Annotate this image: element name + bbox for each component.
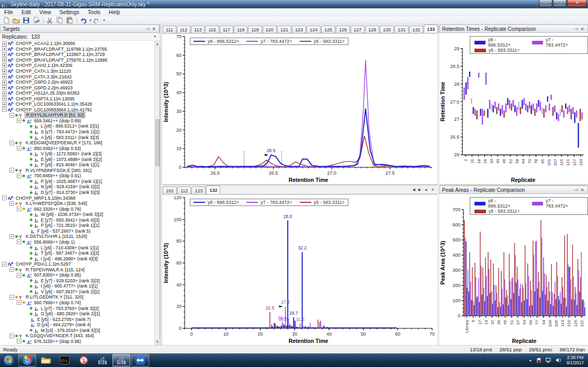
redo-icon[interactable]: [92, 17, 101, 24]
taskbar-icon-skyline[interactable]: [94, 354, 111, 366]
tree-item-label[interactable]: E [y8] - 1073.4898+ (rank 3)[2]: [40, 157, 103, 162]
tree-item[interactable]: +CHOYP_HSP74.1.1|m.13095: [0, 96, 155, 101]
tree-item-label[interactable]: 560.7996++ (dotp 0.74): [33, 300, 82, 305]
tree-item-label[interactable]: CHOYP_G6PD.2.2|m.46923: [15, 85, 74, 90]
collapse-icon[interactable]: −: [17, 339, 21, 343]
pin-icon[interactable]: ⊣: [573, 26, 579, 32]
tree-item-label[interactable]: V [y5] - 687.3937+ (rank 2)[2]: [40, 289, 100, 294]
new-document-icon[interactable]: [2, 17, 11, 24]
tree-item[interactable]: E [y5] - 623.2705+ (rank 7): [0, 316, 155, 322]
tree-item-label[interactable]: CHOYP_BRAFLDRAFT_122807.1.1|m.3729: [15, 52, 106, 57]
collapse-icon[interactable]: −: [17, 146, 21, 151]
menu-item-edit[interactable]: Edit: [17, 8, 35, 16]
collapse-icon[interactable]: −: [17, 174, 21, 178]
expand-icon[interactable]: +: [2, 41, 7, 46]
tree-item-label[interactable]: L [y6] - 710.4308+ (rank 1)[1]: [40, 245, 100, 250]
expand-icon[interactable]: +: [2, 52, 7, 57]
chromatogram-tab-125[interactable]: 125: [321, 26, 335, 33]
tree-item-label[interactable]: CHOYP_MRP1.5.10|m.34368: [15, 196, 76, 201]
network-icon[interactable]: [546, 358, 551, 363]
tree-item[interactable]: −A692.3326++ (dotp 0.79): [0, 206, 155, 212]
save-icon[interactable]: [21, 17, 31, 24]
scroll-right-icon[interactable]: ▶: [417, 188, 423, 192]
tree-item-label[interactable]: V [y9] - 1172.5582+ (rank 2)[3]: [40, 151, 103, 156]
tree-item[interactable]: L [y6] - 710.4308+ (rank 1)[1]: [0, 245, 155, 250]
tree-item[interactable]: L [y8] - 896.5312+ (rank 2)[1]: [0, 123, 155, 129]
tree-item[interactable]: +CHOYP_ACAA2.1.1|m.30666: [0, 41, 155, 47]
close-icon[interactable]: ✕: [429, 188, 436, 192]
tree-item-label[interactable]: F [y4] - 537.2667+ (rank 5): [36, 228, 92, 234]
menu-item-settings[interactable]: Settings: [55, 8, 84, 16]
tree-item-label[interactable]: L [y8] - 896.5312+ (rank 2)[1]: [40, 123, 100, 129]
tree-item-label[interactable]: P [y6] - 815.4046+ (rank 1)[1]: [40, 162, 100, 167]
tree-item-label[interactable]: CHOYP_BRAFLDRAFT_275870.1.1|m.12895: [15, 58, 108, 63]
expand-icon[interactable]: +: [2, 58, 7, 62]
tree-item-label[interactable]: G [y6] - 680.2920+ (rank 2)[1]: [40, 311, 101, 316]
chromatogram-tab-129[interactable]: 129: [365, 26, 379, 33]
tree-item[interactable]: P [y9] - 1025.4687+ (rank 1)[1]: [0, 179, 155, 185]
tree-item-label[interactable]: W [y8] - 1036.4734+ (rank 3)[2]: [40, 212, 104, 217]
tree-item[interactable]: L [y7] - 793.3760+ (rank 3)[2]: [0, 305, 155, 311]
tree-item[interactable]: V [y5] - 687.3937+ (rank 2)[2]: [0, 289, 155, 295]
collapse-icon[interactable]: −: [9, 295, 14, 300]
tree-item-label[interactable]: I [y4] - 496.2990+ (rank 4)[3]: [40, 256, 99, 261]
tree-item[interactable]: T [y5] - 597.3467+ (rank 2)[2]: [0, 250, 155, 256]
chromatogram-tab-115[interactable]: 115: [205, 26, 219, 33]
spectrum-tab-112[interactable]: 112: [177, 187, 191, 194]
tab-menu-icon[interactable]: ▼: [423, 188, 429, 192]
pin-icon[interactable]: ⊣: [144, 26, 151, 32]
scroll-down-icon[interactable]: ▼: [155, 339, 160, 345]
expand-icon[interactable]: +: [2, 91, 7, 96]
redo-dropdown-icon[interactable]: ▼: [103, 19, 106, 22]
scrollbar-thumb[interactable]: [155, 119, 160, 166]
collapse-icon[interactable]: −: [2, 107, 7, 112]
chromatogram-tab-118[interactable]: 118: [234, 26, 247, 33]
scroll-left-icon[interactable]: ◀: [411, 188, 416, 192]
collapse-icon[interactable]: −: [17, 273, 21, 278]
tree-item-label[interactable]: A [y5] - 583.3311+ (rank 3)[3]: [40, 135, 100, 140]
tree-item[interactable]: +CHOYP_CATA.3.3|m.21642: [0, 74, 155, 79]
tree-item[interactable]: −A607.8300++ (dotp 0.95): [0, 272, 155, 278]
minimize-button[interactable]: —: [539, 0, 552, 7]
collapse-icon[interactable]: −: [17, 239, 21, 244]
close-icon[interactable]: ✕: [151, 26, 157, 32]
chromatogram-chart[interactable]: y8 - 896.5312+y7 - 783.4472+y5 - 583.331…: [163, 33, 437, 184]
tree-item[interactable]: S [y7] - 783.4472+ (rank 1)[2]: [0, 129, 155, 135]
spectrum-tab-102[interactable]: 102: [163, 187, 177, 194]
collapse-icon[interactable]: −: [9, 267, 14, 272]
tree-item-label[interactable]: CHOYP_CATA.3.3|m.21642: [15, 74, 73, 79]
collapse-icon[interactable]: −: [9, 168, 14, 173]
tree-item-label[interactable]: CHOYP_G6PD.2.2|m.46923: [15, 79, 74, 85]
restore-button[interactable]: ❐: [553, 0, 567, 7]
chromatogram-tab-120[interactable]: 120: [263, 26, 277, 33]
chromatogram-tab-112[interactable]: 112: [177, 26, 190, 33]
tree-item[interactable]: −YK.GSQQVVDYNGER.T [443, 454]: [0, 333, 155, 339]
chromatogram-tab-124[interactable]: 124: [307, 26, 321, 33]
tree-item-label[interactable]: CHOYP_PDIA1.1.1|m.5297: [15, 261, 72, 267]
chromatogram-tab-126[interactable]: 126: [336, 26, 350, 33]
menu-item-view[interactable]: View: [35, 8, 55, 16]
tree-item-label[interactable]: CHOYP_HS12A.25.33|m.60352: [15, 90, 81, 96]
tree-item[interactable]: −A560.7996++ (dotp 0.74): [0, 300, 155, 306]
tree-item-label[interactable]: E [y7] - 850.3941+ (rank 4)[3]: [40, 217, 100, 223]
tree-item-label[interactable]: R.VLYPNDNFFSGK.E [280, 291]: [25, 168, 93, 173]
tree-item-label[interactable]: 607.8300++ (dotp 0.95): [33, 272, 82, 278]
tree-item[interactable]: A [y5] - 583.3311+ (rank 3)[3]: [0, 134, 155, 140]
rt-chart[interactable]: y8 - 896.5312+y7 - 783.4472+y5 - 583.331…: [439, 33, 588, 184]
tree-item[interactable]: D [y4] - 494.2279+ (rank 4): [0, 322, 155, 328]
collapse-icon[interactable]: −: [2, 196, 7, 200]
expand-icon[interactable]: +: [2, 47, 7, 51]
tree-item-label[interactable]: L [y7] - 793.3760+ (rank 3)[2]: [40, 306, 100, 311]
tree-item[interactable]: E [y7] - 929.5203+ (rank 3)[3]: [0, 278, 155, 284]
tree-item[interactable]: −YK.LYAWEPSFQDK.I [536, 546]: [0, 201, 155, 207]
chromatogram-tab-133[interactable]: 133: [424, 25, 438, 33]
tree-item-label[interactable]: CHOYP_ACAA2.1.1|m.30666: [15, 41, 76, 46]
tree-item[interactable]: +CHOYP_LOC100633041.1.1|m.35428: [0, 101, 155, 107]
tree-item-label[interactable]: K.GSQQVVDYNGER.T [443, 454]: [25, 333, 95, 338]
tree-item[interactable]: +CHOYP_G6PD.2.2|m.46923: [0, 85, 155, 90]
tree-item[interactable]: −YR.LITLGEDMTK.Y [311, 320]: [0, 294, 155, 300]
tree-scrollbar[interactable]: ▲ ▼: [154, 41, 160, 345]
tree-item-label[interactable]: P [y6] - 721.3515+ (rank 1)[1]: [40, 223, 100, 228]
tree-item-label[interactable]: R.TSPEIVNWLR.K [115, 124]: [25, 267, 86, 272]
collapse-icon[interactable]: −: [9, 141, 14, 145]
